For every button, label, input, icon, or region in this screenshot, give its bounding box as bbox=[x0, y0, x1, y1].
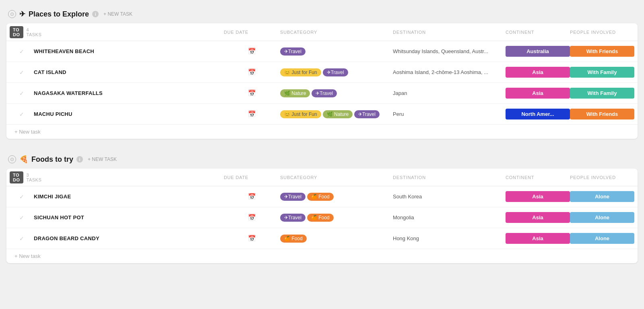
subcategory-col: 😊 Just for Fun🌿 Nature✈Travel bbox=[280, 109, 393, 120]
calendar-icon[interactable]: 📅 bbox=[248, 89, 256, 97]
due-date-col[interactable]: 📅 bbox=[224, 214, 280, 221]
due-date-col[interactable]: 📅 bbox=[224, 89, 280, 97]
tag-travel[interactable]: ✈Travel bbox=[323, 68, 348, 76]
check-icon: ✓ bbox=[19, 69, 24, 76]
new-task-btn-places[interactable]: + NEW TASK bbox=[102, 10, 134, 18]
calendar-icon[interactable]: 📅 bbox=[248, 47, 256, 55]
subcategory-col: ✈Travel🍊 Food bbox=[280, 191, 393, 202]
people-col: With Family bbox=[570, 67, 634, 78]
todo-header-col: TO DO 3 TASKS bbox=[10, 171, 34, 183]
continent-col: North Amer... bbox=[506, 109, 570, 119]
tag-travel[interactable]: ✈Travel bbox=[354, 110, 380, 118]
task-name: KIMCHI JIGAE bbox=[34, 194, 224, 200]
due-date-col-header: DUE DATE bbox=[224, 30, 280, 35]
subcategory-col: ✈Travel🍊 Food bbox=[280, 212, 393, 223]
check-icon: ✓ bbox=[19, 214, 24, 221]
people-badge: With Friends bbox=[570, 46, 634, 57]
people-badge: With Family bbox=[570, 88, 634, 99]
project-emoji-foods: 🍕 bbox=[19, 155, 28, 164]
project-title-places: Places to Explore bbox=[29, 10, 89, 19]
continent-badge: Asia bbox=[506, 191, 570, 202]
continent-badge: Australia bbox=[506, 46, 570, 57]
check-col: ✓ bbox=[10, 48, 34, 55]
tag-nature[interactable]: 🌿 Nature bbox=[323, 110, 353, 118]
destination-col: Whitsunday Islands, Queensland, Austr... bbox=[393, 48, 506, 54]
due-date-col[interactable]: 📅 bbox=[224, 235, 280, 242]
tag-justforfun[interactable]: 😊 Just for Fun bbox=[280, 110, 321, 118]
tag-travel[interactable]: ✈Travel bbox=[280, 193, 305, 201]
check-col: ✓ bbox=[10, 111, 34, 117]
task-name: CAT ISLAND bbox=[34, 69, 224, 75]
check-icon: ✓ bbox=[19, 48, 24, 55]
todo-badge: TO DO bbox=[10, 26, 23, 38]
calendar-icon[interactable]: 📅 bbox=[248, 68, 256, 76]
info-icon-foods[interactable]: i bbox=[76, 156, 83, 163]
due-date-col[interactable]: 📅 bbox=[224, 68, 280, 76]
destination-col: Peru bbox=[393, 111, 506, 117]
calendar-icon[interactable]: 📅 bbox=[248, 235, 256, 242]
tasks-count: 4 TASKS bbox=[27, 27, 42, 37]
info-icon-places[interactable]: i bbox=[92, 11, 99, 17]
table-row: ✓ DRAGON BEARD CANDY 📅 🍊 Food Hong Kong … bbox=[6, 228, 638, 249]
check-icon: ✓ bbox=[19, 90, 24, 97]
people-badge: With Friends bbox=[570, 109, 634, 119]
subcategory-col-header: SUBCATEGORY bbox=[280, 30, 393, 35]
project-emoji-places: ✈ bbox=[19, 10, 25, 19]
continent-col-header: CONTINENT bbox=[506, 175, 570, 180]
subcategory-col: 🍊 Food bbox=[280, 233, 393, 244]
chevron-down-icon: ⊙ bbox=[10, 157, 14, 162]
tag-justforfun[interactable]: 😊 Just for Fun bbox=[280, 68, 321, 76]
new-task-btn-foods[interactable]: + NEW TASK bbox=[86, 156, 118, 163]
check-col: ✓ bbox=[10, 235, 34, 242]
calendar-icon[interactable]: 📅 bbox=[248, 193, 256, 200]
continent-col: Asia bbox=[506, 191, 570, 202]
tasks-count: 3 TASKS bbox=[27, 173, 42, 182]
table-row: ✓ WHITEHEAVEN BEACH 📅 ✈Travel Whitsunday… bbox=[6, 41, 638, 62]
tag-travel[interactable]: ✈Travel bbox=[280, 47, 305, 56]
tag-food[interactable]: 🍊 Food bbox=[307, 193, 334, 201]
people-col: Alone bbox=[570, 212, 634, 223]
destination-col: Mongolia bbox=[393, 214, 506, 220]
due-date-col[interactable]: 📅 bbox=[224, 47, 280, 55]
people-badge: Alone bbox=[570, 191, 634, 202]
add-task-row[interactable]: + New task bbox=[6, 249, 638, 263]
project-header-places: ⊙ ✈ Places to Explore i + NEW TASK bbox=[6, 6, 638, 23]
task-table-foods-0: TO DO 3 TASKS DUE DATE SUBCATEGORY DESTI… bbox=[6, 169, 638, 263]
tag-travel[interactable]: ✈Travel bbox=[280, 214, 305, 222]
table-row: ✓ NAGASAKA WATERFALLS 📅 🌿 Nature✈Travel … bbox=[6, 83, 638, 104]
table-row: ✓ SICHUAN HOT POT 📅 ✈Travel🍊 Food Mongol… bbox=[6, 207, 638, 228]
check-icon: ✓ bbox=[19, 111, 24, 117]
add-task-row[interactable]: + New task bbox=[6, 125, 638, 139]
people-badge: With Family bbox=[570, 67, 634, 78]
people-col: With Family bbox=[570, 88, 634, 99]
check-col: ✓ bbox=[10, 90, 34, 97]
calendar-icon[interactable]: 📅 bbox=[248, 214, 256, 221]
subcategory-col: ✈Travel bbox=[280, 46, 393, 57]
todo-header-col: TO DO 4 TASKS bbox=[10, 26, 34, 38]
tag-food[interactable]: 🍊 Food bbox=[307, 214, 334, 222]
tag-food[interactable]: 🍊 Food bbox=[280, 235, 307, 243]
tag-nature[interactable]: 🌿 Nature bbox=[280, 89, 310, 97]
people-col: With Friends bbox=[570, 109, 634, 119]
calendar-icon[interactable]: 📅 bbox=[248, 110, 256, 118]
table-row: ✓ CAT ISLAND 📅 😊 Just for Fun✈Travel Aos… bbox=[6, 62, 638, 83]
destination-col-header: DESTINATION bbox=[393, 30, 506, 35]
continent-col: Asia bbox=[506, 88, 570, 99]
task-name: SICHUAN HOT POT bbox=[34, 214, 224, 220]
table-header-foods-0: TO DO 3 TASKS DUE DATE SUBCATEGORY DESTI… bbox=[6, 169, 638, 186]
collapse-button-foods[interactable]: ⊙ bbox=[8, 155, 16, 163]
check-icon: ✓ bbox=[19, 194, 24, 200]
collapse-button-places[interactable]: ⊙ bbox=[8, 10, 16, 18]
subcategory-col: 🌿 Nature✈Travel bbox=[280, 88, 393, 99]
check-col: ✓ bbox=[10, 214, 34, 221]
due-date-col[interactable]: 📅 bbox=[224, 110, 280, 118]
due-date-col[interactable]: 📅 bbox=[224, 193, 280, 200]
subcategory-col: 😊 Just for Fun✈Travel bbox=[280, 67, 393, 78]
tag-travel[interactable]: ✈Travel bbox=[312, 89, 337, 97]
continent-col: Asia bbox=[506, 67, 570, 78]
chevron-down-icon: ⊙ bbox=[10, 11, 14, 17]
project-header-foods: ⊙ 🍕 Foods to try i + NEW TASK bbox=[6, 152, 638, 169]
check-icon: ✓ bbox=[19, 235, 24, 242]
project-title-foods: Foods to try bbox=[31, 155, 73, 164]
people-badge: Alone bbox=[570, 233, 634, 244]
